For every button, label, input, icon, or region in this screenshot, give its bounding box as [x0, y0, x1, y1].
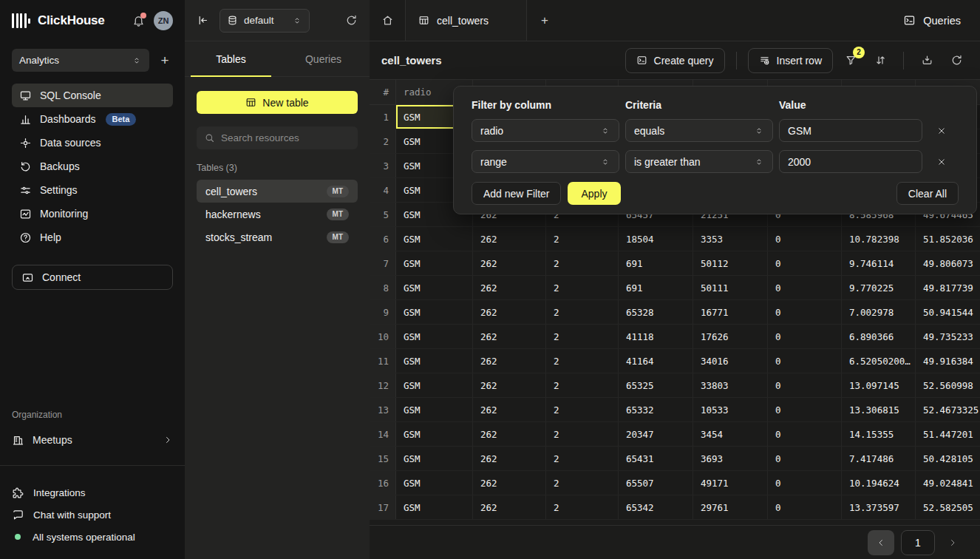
- table-cell[interactable]: 49.817739: [916, 276, 980, 299]
- table-cell[interactable]: 51.852036: [916, 227, 980, 251]
- table-cell[interactable]: 13.373597: [842, 495, 916, 519]
- table-cell[interactable]: 0: [768, 325, 842, 348]
- sidebar-item-data-sources[interactable]: Data sources: [12, 131, 173, 155]
- refresh-icon[interactable]: [345, 14, 358, 27]
- filter-column-select[interactable]: radio: [472, 119, 619, 142]
- table-cell[interactable]: 262: [473, 349, 546, 373]
- table-cell[interactable]: 2: [546, 373, 619, 397]
- table-cell[interactable]: 2: [546, 227, 619, 251]
- sidebar-item-settings[interactable]: Settings: [12, 178, 173, 202]
- sidebar-item-backups[interactable]: Backups: [12, 155, 173, 178]
- table-cell[interactable]: 50.428105: [916, 447, 980, 470]
- table-cell[interactable]: 0: [768, 227, 842, 251]
- table-list-item-cell-towers[interactable]: cell_towersMT: [197, 180, 358, 203]
- table-cell[interactable]: 50.941544: [916, 300, 980, 324]
- table-cell[interactable]: 65431: [619, 447, 693, 470]
- queries-button[interactable]: Queries: [903, 14, 961, 27]
- table-cell[interactable]: GSM: [396, 300, 473, 324]
- create-query-button[interactable]: Create query: [625, 48, 725, 73]
- filter-button[interactable]: 2: [839, 48, 862, 73]
- table-cell[interactable]: 2: [546, 495, 619, 519]
- table-cell[interactable]: 262: [473, 276, 546, 299]
- table-cell[interactable]: GSM: [396, 495, 473, 519]
- table-cell[interactable]: 262: [473, 251, 546, 275]
- home-button[interactable]: [370, 0, 405, 41]
- sidebar-item-all-systems-operational[interactable]: All systems operational: [12, 526, 173, 548]
- table-cell[interactable]: GSM: [396, 398, 473, 421]
- new-tab-button[interactable]: +: [527, 0, 562, 41]
- database-select[interactable]: default: [220, 9, 310, 33]
- sidebar-item-dashboards[interactable]: DashboardsBeta: [12, 107, 173, 131]
- table-cell[interactable]: 7.417486: [842, 447, 916, 470]
- table-cell[interactable]: 2: [546, 471, 619, 495]
- table-cell[interactable]: 65328: [619, 300, 693, 324]
- table-cell[interactable]: 34016: [693, 349, 768, 373]
- workspace-select[interactable]: Analytics: [12, 49, 149, 72]
- filter-value-input[interactable]: [779, 150, 922, 173]
- table-list-item-stocks-stream[interactable]: stocks_streamMT: [197, 226, 358, 248]
- table-cell[interactable]: 41164: [619, 349, 693, 373]
- table-cell[interactable]: 9.770225: [842, 276, 916, 299]
- table-cell[interactable]: 9.746114: [842, 251, 916, 275]
- table-cell[interactable]: 262: [473, 495, 546, 519]
- sidebar-item-integrations[interactable]: Integrations: [12, 481, 173, 504]
- table-cell[interactable]: 52.560998: [916, 373, 980, 397]
- table-cell[interactable]: GSM: [396, 471, 473, 495]
- table-cell[interactable]: 262: [473, 227, 546, 251]
- table-cell[interactable]: 2: [546, 422, 619, 446]
- table-cell[interactable]: 691: [619, 276, 693, 299]
- filter-criteria-select[interactable]: equals: [625, 119, 773, 142]
- new-table-button[interactable]: New table: [197, 91, 358, 114]
- collapse-panel-icon[interactable]: [197, 14, 209, 27]
- filter-value-input[interactable]: [779, 119, 922, 142]
- table-cell[interactable]: 65507: [619, 471, 693, 495]
- table-cell[interactable]: 3693: [693, 447, 768, 470]
- table-cell[interactable]: 14.15355: [842, 422, 916, 446]
- apply-filter-button[interactable]: Apply: [568, 182, 620, 205]
- table-cell[interactable]: 20347: [619, 422, 693, 446]
- notifications-bell-icon[interactable]: [132, 15, 145, 27]
- table-cell[interactable]: 49.806073: [916, 251, 980, 275]
- table-cell[interactable]: 262: [473, 398, 546, 421]
- search-input[interactable]: [221, 132, 352, 143]
- clear-all-filters-button[interactable]: Clear All: [896, 182, 959, 205]
- table-cell[interactable]: 262: [473, 471, 546, 495]
- sidebar-item-monitoring[interactable]: Monitoring: [12, 202, 173, 226]
- table-cell[interactable]: 49.916384: [916, 349, 980, 373]
- table-cell[interactable]: 50111: [693, 276, 768, 299]
- table-cell[interactable]: 0: [768, 422, 842, 446]
- remove-filter-button[interactable]: [928, 126, 954, 136]
- table-cell[interactable]: 262: [473, 373, 546, 397]
- table-cell[interactable]: 49.024841: [916, 471, 980, 495]
- table-cell[interactable]: GSM: [396, 227, 473, 251]
- table-cell[interactable]: GSM: [396, 373, 473, 397]
- avatar[interactable]: ZN: [154, 11, 173, 30]
- sidebar-item-sql-console[interactable]: SQL Console: [12, 84, 173, 107]
- table-cell[interactable]: 2: [546, 325, 619, 348]
- table-cell[interactable]: 262: [473, 325, 546, 348]
- table-cell[interactable]: 262: [473, 422, 546, 446]
- filter-criteria-select[interactable]: is greater than: [625, 150, 773, 173]
- table-cell[interactable]: 262: [473, 300, 546, 324]
- next-page-button[interactable]: [942, 538, 964, 548]
- table-cell[interactable]: 13.306815: [842, 398, 916, 421]
- table-cell[interactable]: 50112: [693, 251, 768, 275]
- download-button[interactable]: [915, 48, 939, 73]
- table-cell[interactable]: 2: [546, 349, 619, 373]
- table-cell[interactable]: 0: [768, 447, 842, 470]
- table-cell[interactable]: 16771: [693, 300, 768, 324]
- tab-queries[interactable]: Queries: [277, 41, 370, 76]
- add-new-filter-button[interactable]: Add new Filter: [472, 182, 561, 205]
- table-cell[interactable]: 65325: [619, 373, 693, 397]
- tab-tables[interactable]: Tables: [185, 41, 277, 76]
- sidebar-item-chat-with-support[interactable]: Chat with support: [12, 504, 173, 526]
- table-cell[interactable]: 10.194624: [842, 471, 916, 495]
- previous-page-button[interactable]: [868, 530, 894, 555]
- table-cell[interactable]: 52.582505: [916, 495, 980, 519]
- sidebar-item-meetups[interactable]: Meetups: [12, 429, 173, 451]
- table-cell[interactable]: 2: [546, 447, 619, 470]
- tab-cell-towers[interactable]: cell_towers: [405, 0, 527, 41]
- table-cell[interactable]: 2: [546, 251, 619, 275]
- table-cell[interactable]: 10.782398: [842, 227, 916, 251]
- table-cell[interactable]: 0: [768, 471, 842, 495]
